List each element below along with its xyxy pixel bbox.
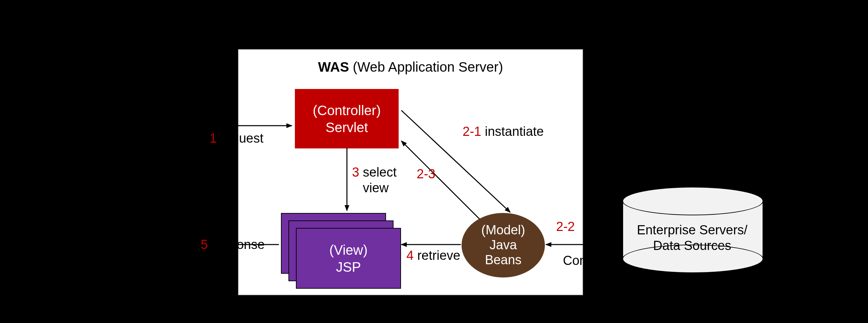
view-label-top: (View) bbox=[297, 241, 400, 258]
was-title: WAS (Web Application Server) bbox=[239, 59, 582, 75]
black-mask-left bbox=[0, 0, 209, 323]
step-2-3-num: 2-3 bbox=[417, 167, 435, 181]
step-3-text-l1: select bbox=[363, 165, 397, 179]
model-label-mid: Java bbox=[462, 238, 545, 253]
diagram-stage: WAS (Web Application Server) (Controller… bbox=[0, 0, 868, 323]
step-4-text: retrieve bbox=[417, 248, 461, 263]
model-label-top: (Model) bbox=[462, 223, 545, 238]
datasource-l1: Enterprise Servers/ bbox=[637, 223, 747, 237]
step-2-2-text-wrap: Connect bbox=[563, 253, 611, 269]
step-2-1-text: instantiate bbox=[485, 124, 544, 139]
datasource-cylinder: Enterprise Servers/ Data Sources bbox=[622, 187, 762, 272]
step-1-num: 1 bbox=[210, 131, 217, 145]
controller-label-top: (Controller) bbox=[295, 102, 399, 119]
controller-box: (Controller) Servlet bbox=[295, 89, 399, 148]
step-3-text-l2: view bbox=[363, 181, 389, 195]
datasource-text: Enterprise Servers/ Data Sources bbox=[622, 222, 762, 253]
step-5: 5 response bbox=[201, 237, 265, 253]
step-3-num: 3 bbox=[352, 165, 359, 179]
step-2-3: 2-3 bbox=[417, 166, 435, 182]
step-1-text: request bbox=[220, 131, 264, 145]
view-label-bot: JSP bbox=[297, 258, 400, 275]
step-4: 4 retrieve bbox=[406, 248, 460, 264]
controller-label-bot: Servlet bbox=[295, 119, 399, 136]
step-2-1: 2-1 instantiate bbox=[463, 124, 544, 140]
datasource-l2: Data Sources bbox=[653, 238, 731, 253]
step-3: 3 select view bbox=[352, 165, 397, 196]
was-title-rest: (Web Application Server) bbox=[349, 59, 503, 74]
model-label-bot: Beans bbox=[462, 253, 545, 268]
step-2-2: 2-2 bbox=[556, 219, 575, 235]
step-5-text: response bbox=[212, 237, 265, 252]
step-2-2-num: 2-2 bbox=[556, 219, 575, 234]
model-ellipse: (Model) Java Beans bbox=[462, 213, 545, 277]
step-2-1-num: 2-1 bbox=[463, 124, 481, 139]
view-card-front: (View) JSP bbox=[296, 228, 401, 289]
was-title-bold: WAS bbox=[318, 59, 349, 74]
step-1: 1 request bbox=[210, 131, 263, 146]
step-2-2-text: Connect bbox=[563, 253, 611, 268]
cylinder-top bbox=[622, 187, 763, 215]
step-4-num: 4 bbox=[406, 248, 414, 263]
step-5-num: 5 bbox=[201, 237, 208, 252]
